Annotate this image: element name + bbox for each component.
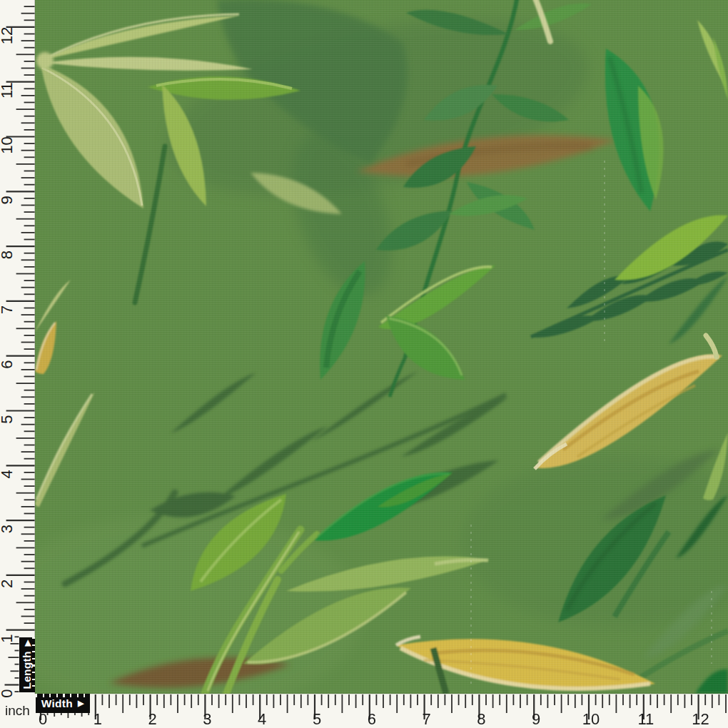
width-ruler-number: 7 bbox=[422, 710, 430, 728]
up-arrow-icon: ▶ bbox=[23, 640, 31, 647]
length-ruler-strip bbox=[0, 0, 35, 728]
width-ruler-number: 5 bbox=[313, 710, 321, 728]
width-ruler-number: 8 bbox=[477, 710, 485, 728]
right-arrow-icon: ▶ bbox=[78, 699, 84, 707]
width-ruler-number: 9 bbox=[532, 710, 540, 728]
length-ruler-number: 2 bbox=[0, 580, 16, 588]
width-ruler-number: 12 bbox=[692, 710, 709, 728]
length-ruler-number: 11 bbox=[0, 82, 16, 98]
width-label: Width bbox=[41, 697, 73, 710]
length-ruler-number: 10 bbox=[0, 136, 16, 153]
width-ruler-number: 11 bbox=[637, 710, 654, 728]
width-axis-label: Width ▶ bbox=[36, 694, 91, 713]
length-axis-label: Length ▶ bbox=[19, 637, 36, 692]
fabric-weave-texture bbox=[35, 0, 728, 694]
length-ruler-number: 6 bbox=[0, 360, 16, 369]
fabric-swatch-photo: 01234567891011120123456789101112 Length … bbox=[0, 0, 728, 728]
width-ruler-strip bbox=[0, 694, 728, 728]
width-ruler-number: 3 bbox=[203, 710, 211, 728]
width-ruler-number: 4 bbox=[258, 710, 266, 728]
length-ruler-number: 12 bbox=[0, 27, 16, 44]
unit-label: inch bbox=[0, 694, 35, 728]
width-ruler-number: 2 bbox=[148, 710, 156, 728]
length-ruler-number: 8 bbox=[0, 251, 16, 259]
width-ruler-number: 1 bbox=[93, 710, 102, 728]
fabric-swatch bbox=[35, 0, 728, 694]
length-ruler-number: 5 bbox=[0, 415, 16, 423]
length-ruler-number: 1 bbox=[0, 635, 16, 643]
length-label: Length bbox=[21, 651, 34, 689]
length-ruler-number: 9 bbox=[0, 196, 16, 204]
width-ruler-number: 6 bbox=[368, 710, 376, 728]
length-ruler-number: 3 bbox=[0, 525, 16, 533]
width-ruler-number: 10 bbox=[582, 710, 600, 728]
length-ruler-number: 4 bbox=[0, 470, 16, 478]
length-ruler-number: 7 bbox=[0, 305, 16, 314]
